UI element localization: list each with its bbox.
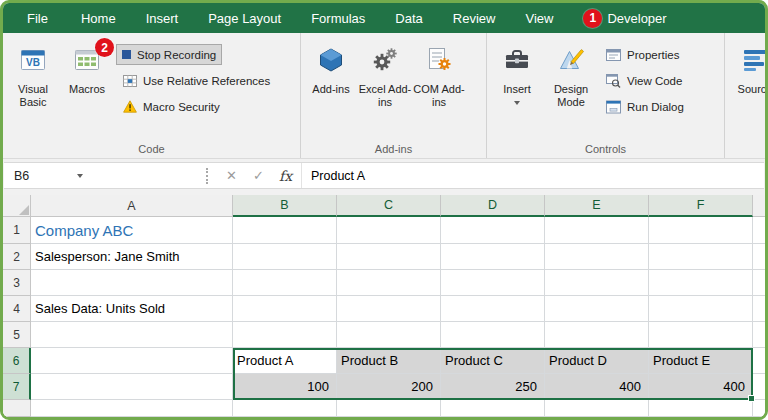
cell[interactable] [337,296,441,322]
select-all-corner[interactable] [3,195,31,217]
properties-button[interactable]: Properties [600,44,685,65]
cell[interactable] [545,217,649,244]
cell[interactable] [649,296,753,322]
cell[interactable] [753,296,765,322]
cell-C6[interactable]: Product B [337,348,441,374]
cell[interactable] [31,270,233,296]
cell-F7[interactable]: 400 [649,374,753,400]
cell-B7[interactable]: 100 [233,374,337,400]
formula-bar-splitter[interactable] [206,168,214,184]
cell[interactable] [649,244,753,270]
cell[interactable] [337,322,441,348]
cell[interactable] [233,296,337,322]
view-code-button[interactable]: View Code [600,70,688,91]
cell-A4[interactable]: Sales Data: Units Sold [31,296,233,322]
row-header-4[interactable]: 4 [3,296,31,322]
row-header-7[interactable]: 7 [3,374,31,400]
tab-review[interactable]: Review [438,3,511,33]
name-box[interactable]: B6 [4,163,202,188]
cell-C7[interactable]: 200 [337,374,441,400]
cell[interactable] [545,296,649,322]
use-relative-references-button[interactable]: Use Relative References [116,70,276,91]
cell[interactable] [545,322,649,348]
row-header-2[interactable]: 2 [3,244,31,270]
cell[interactable] [233,322,337,348]
row-header-1[interactable]: 1 [3,217,31,244]
cell[interactable] [649,322,753,348]
column-header-A[interactable]: A [31,195,233,217]
cell[interactable] [441,296,545,322]
cell[interactable] [753,322,765,348]
column-header-B[interactable]: B [233,195,337,217]
run-dialog-button[interactable]: Run Dialog [600,96,690,117]
cell[interactable] [31,400,233,417]
tab-insert[interactable]: Insert [131,3,194,33]
cell[interactable] [31,374,233,400]
name-box-dropdown-icon[interactable] [70,163,90,188]
tab-page-layout[interactable]: Page Layout [193,3,296,33]
formula-input[interactable]: Product A [302,169,764,183]
row-header-6[interactable]: 6 [3,348,31,374]
column-header-D[interactable]: D [441,195,545,217]
cell[interactable] [649,270,753,296]
cell[interactable] [649,400,753,417]
cell[interactable] [31,348,233,374]
tab-formulas[interactable]: Formulas [296,3,380,33]
row-header-8[interactable] [3,400,31,417]
cell[interactable] [753,217,765,244]
cell[interactable] [649,217,753,244]
visual-basic-button[interactable]: VB Visual Basic [6,34,60,142]
cell[interactable] [753,400,765,417]
excel-addins-button[interactable]: Excel Add-ins [358,34,412,142]
row-header-5[interactable]: 5 [3,322,31,348]
cell[interactable] [441,270,545,296]
cell-D6[interactable]: Product C [441,348,545,374]
source-button[interactable]: Source [728,34,765,158]
cell[interactable] [545,244,649,270]
stop-recording-button[interactable]: Stop Recording [116,44,222,65]
column-header-E[interactable]: E [545,195,649,217]
tab-developer[interactable]: 1 Developer [568,3,681,33]
cell[interactable] [233,244,337,270]
tab-file[interactable]: File [9,3,66,33]
cell[interactable] [441,217,545,244]
cell-D7[interactable]: 250 [441,374,545,400]
fill-handle[interactable] [748,395,755,402]
cell[interactable] [233,217,337,244]
cell-F6[interactable]: Product E [649,348,753,374]
cell[interactable] [753,270,765,296]
macro-security-button[interactable]: Macro Security [116,96,226,117]
cell[interactable] [233,400,337,417]
cancel-icon[interactable]: ✕ [218,163,245,188]
cell[interactable] [545,400,649,417]
cell[interactable] [31,322,233,348]
cell[interactable] [337,217,441,244]
cell[interactable] [753,348,765,374]
cell[interactable] [441,400,545,417]
cell[interactable] [753,244,765,270]
cell-E6[interactable]: Product D [545,348,649,374]
insert-control-button[interactable]: Insert [490,34,544,142]
column-header-C[interactable]: C [337,195,441,217]
design-mode-button[interactable]: Design Mode [544,34,598,142]
com-addins-button[interactable]: COM Add-ins [412,34,466,142]
cell-A1[interactable]: Company ABC [31,217,233,244]
cell[interactable] [545,270,649,296]
column-header-F[interactable]: F [649,195,753,217]
row-header-3[interactable]: 3 [3,270,31,296]
cell[interactable] [337,270,441,296]
cell-E7[interactable]: 400 [545,374,649,400]
cell[interactable] [441,322,545,348]
cell[interactable] [337,400,441,417]
insert-function-icon[interactable]: fx [272,163,299,188]
cell-B6-active[interactable]: Product A [233,348,337,374]
enter-icon[interactable]: ✓ [245,163,272,188]
tab-home[interactable]: Home [66,3,131,33]
tab-data[interactable]: Data [380,3,437,33]
cell-A2[interactable]: Salesperson: Jane Smith [31,244,233,270]
cell[interactable] [337,244,441,270]
addins-button[interactable]: Add-ins [304,34,358,142]
cell[interactable] [233,270,337,296]
cell[interactable] [441,244,545,270]
tab-view[interactable]: View [510,3,568,33]
